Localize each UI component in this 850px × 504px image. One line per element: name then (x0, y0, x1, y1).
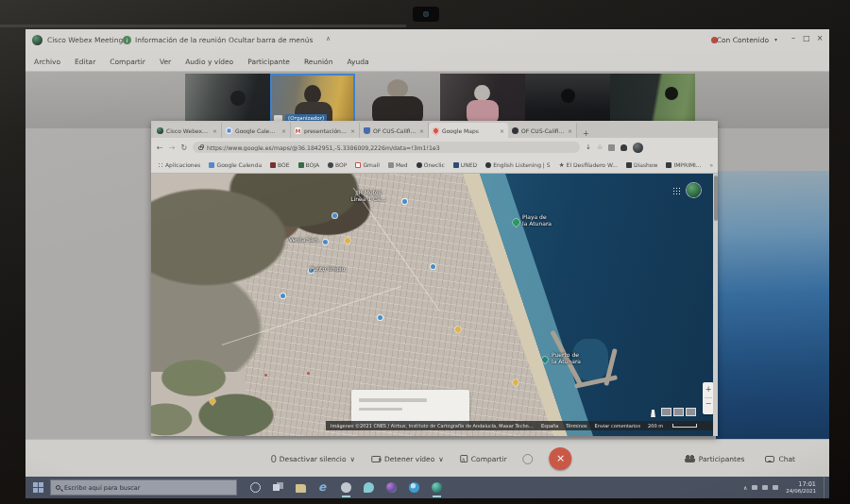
poi-marker[interactable] (431, 264, 435, 269)
file-explorer-icon[interactable] (296, 484, 306, 493)
bookmark-bop[interactable]: BOP (328, 161, 347, 168)
battery-icon[interactable] (773, 485, 778, 490)
start-button[interactable] (33, 482, 43, 493)
download-icon[interactable]: ↓ (586, 143, 591, 151)
reload-icon[interactable]: ↻ (180, 143, 187, 152)
photo-thumbnail[interactable] (661, 408, 672, 416)
tab-cus-2[interactable]: OF CUS-Calificacio...× (508, 123, 577, 138)
menu-ayuda[interactable]: Ayuda (347, 58, 368, 66)
menu-editar[interactable]: Editar (75, 58, 95, 66)
messaging-app-icon[interactable] (364, 482, 374, 493)
menu-reunion[interactable]: Reunión (304, 58, 332, 66)
recording-dropdown-icon[interactable]: ▾ (774, 36, 777, 42)
participant-video-1[interactable] (185, 74, 270, 126)
tab-close-icon[interactable]: × (350, 127, 355, 134)
tab-close-icon[interactable]: × (568, 127, 572, 134)
webex-taskbar-icon[interactable] (432, 482, 442, 493)
browser-scrollbar[interactable] (713, 174, 718, 436)
tab-close-icon[interactable]: × (281, 127, 286, 134)
bookmark-imprimir[interactable]: IMPRIMI... (666, 161, 701, 168)
task-view-icon[interactable] (273, 482, 283, 493)
attribution-country[interactable]: España (541, 423, 558, 428)
scrollbar-thumb[interactable] (714, 176, 718, 221)
browser-profile-avatar[interactable] (633, 143, 643, 153)
new-tab-button[interactable]: + (583, 129, 589, 138)
recording-indicator[interactable]: Con Contenido (717, 36, 769, 44)
poi-marker[interactable] (280, 294, 285, 298)
taskbar-search-input[interactable]: Escribe aquí para buscar (50, 479, 237, 496)
tab-webex[interactable]: Cisco Webex Meeti...× (153, 123, 222, 138)
google-apps-grid-icon[interactable] (672, 187, 681, 195)
poi-marker[interactable] (402, 199, 407, 204)
address-bar[interactable]: https://www.google.es/maps/@36.1842951,-… (193, 142, 580, 153)
bookmark-med[interactable]: Med (388, 161, 408, 168)
participant-video-organizer[interactable]: (Organizador) (270, 74, 355, 126)
bookmark-english[interactable]: English Listening | S (485, 161, 550, 168)
bookmark-gmail[interactable]: Gmail (355, 161, 380, 168)
video-dropdown-icon[interactable]: ∨ (438, 455, 444, 463)
bookmark-boe[interactable]: BOE (270, 161, 290, 168)
tab-google-maps[interactable]: Google Maps× (429, 123, 508, 138)
menu-participante[interactable]: Participante (247, 58, 290, 66)
participant-video-4[interactable] (440, 74, 525, 126)
bookmark-desfiladero[interactable]: El Desfiladero W... (559, 161, 618, 168)
close-button[interactable]: × (814, 34, 825, 42)
leave-meeting-button[interactable]: × (549, 447, 571, 470)
cortana-icon[interactable] (250, 482, 261, 493)
chevron-up-icon[interactable]: ∧ (326, 35, 331, 42)
bookmark-oneclic[interactable]: Oneclic (416, 161, 445, 168)
feedback-link[interactable]: Enviar comentarios (595, 423, 640, 428)
network-icon[interactable] (752, 485, 757, 490)
bookmark-boja[interactable]: BOJA (298, 161, 320, 168)
bookmark-diashow[interactable]: Diashow (626, 161, 657, 168)
tab-cus-1[interactable]: OF CUS-Calificacio...× (360, 123, 429, 138)
hide-menubar-button[interactable]: Ocultar barra de menús (229, 36, 313, 44)
menu-audio-video[interactable]: Audio y vídeo (185, 58, 233, 66)
minimize-button[interactable]: – (788, 34, 799, 42)
forward-icon[interactable]: → (169, 143, 176, 152)
maximize-button[interactable]: □ (801, 34, 812, 42)
bookmark-calendar[interactable]: Google Calenda (209, 161, 262, 168)
google-maps-canvas[interactable]: JJR MotosLínea 1 Cá... Venta San... Punt… (151, 174, 718, 436)
tab-close-icon[interactable]: × (212, 127, 217, 134)
url-text[interactable]: https://www.google.es/maps/@36.1842951,-… (207, 144, 440, 151)
participant-video-3[interactable] (355, 74, 440, 126)
red-dot-marker[interactable] (264, 374, 267, 377)
participants-button[interactable]: Participantes (685, 455, 745, 463)
mute-dropdown-icon[interactable]: ∨ (350, 455, 356, 463)
stop-video-button[interactable]: Detener vídeo ∨ (371, 455, 444, 463)
menu-ver[interactable]: Ver (160, 58, 171, 66)
extensions-icon[interactable] (608, 144, 615, 151)
mute-button[interactable]: Desactivar silencio ∨ (271, 455, 355, 463)
red-dot-marker[interactable] (307, 372, 310, 375)
meeting-info-button[interactable]: Información de la reunión (135, 36, 226, 44)
tab-close-icon[interactable]: × (419, 127, 424, 134)
menu-archivo[interactable]: Archivo (34, 58, 60, 66)
share-button[interactable]: ∧ Compartir (460, 455, 507, 463)
back-icon[interactable]: ← (157, 143, 163, 152)
poi-marker[interactable] (323, 240, 328, 244)
tab-gmail[interactable]: presentación pago...× (291, 123, 360, 138)
photo-thumbnail[interactable] (673, 408, 684, 416)
poi-marker[interactable] (332, 213, 337, 218)
edge-icon[interactable] (409, 482, 419, 493)
chat-button[interactable]: Chat (765, 455, 795, 463)
taskbar-clock[interactable]: 17:01 24/06/2021 (786, 481, 816, 495)
terms-link[interactable]: Términos (566, 423, 586, 428)
record-button[interactable] (522, 454, 533, 464)
participant-video-6[interactable] (610, 74, 695, 126)
show-desktop-button[interactable] (824, 477, 825, 498)
bookmarks-overflow-icon[interactable]: » (710, 161, 714, 168)
tray-expand-icon[interactable]: ∧ (743, 484, 747, 491)
tab-calendar[interactable]: Google Calendar× (222, 123, 291, 138)
notifications-icon[interactable] (620, 144, 627, 151)
app-icon-gradient[interactable] (386, 482, 397, 493)
tab-close-icon[interactable]: × (500, 127, 504, 134)
volume-icon[interactable] (762, 485, 768, 490)
bookmark-uned[interactable]: UNED (453, 161, 477, 168)
app-icon-circle[interactable] (341, 482, 351, 493)
poi-marker[interactable] (378, 315, 382, 320)
bookmark-star-icon[interactable]: ☆ (597, 143, 603, 151)
participant-video-5[interactable] (525, 74, 610, 126)
photo-thumbnail[interactable] (686, 408, 696, 416)
